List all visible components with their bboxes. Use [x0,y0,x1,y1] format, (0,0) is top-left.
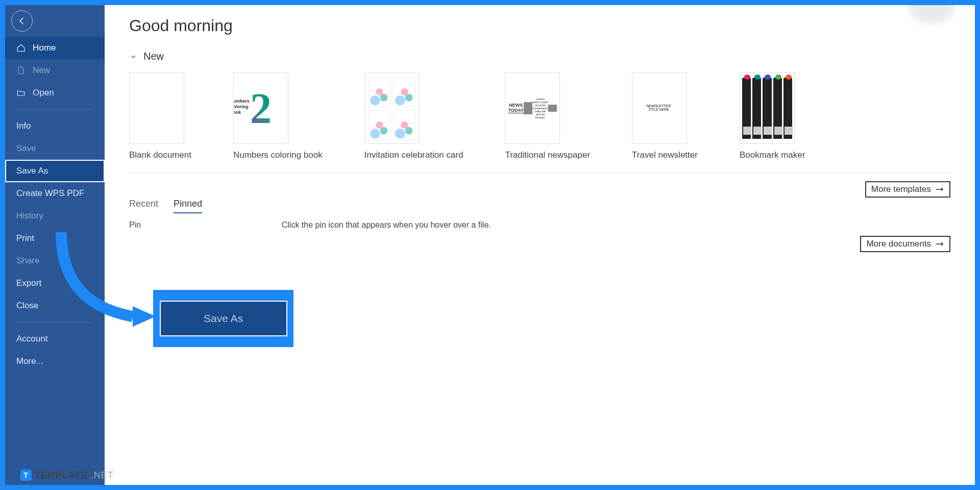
new-section-header[interactable]: New [129,51,950,62]
template-blank[interactable]: Blank document [129,72,191,160]
sidebar-label: Export [16,278,41,288]
tab-pinned[interactable]: Pinned [174,199,202,213]
sidebar-item-open[interactable]: Open [5,82,105,104]
sidebar-item-save[interactable]: Save [5,137,105,160]
template-label: Invitation celebration card [364,150,463,160]
folder-open-icon [16,88,26,97]
watermark-light: .NET [91,470,114,481]
back-arrow-icon [17,16,27,26]
sidebar-label: Share [16,256,39,266]
pinned-hint-suffix: Click the pin icon that appears when you… [282,220,491,229]
template-newspaper[interactable]: NEWS TODAYLorem ipsum dolor sit amet con… [505,72,590,160]
template-thumbnail: NEWSLETTERTITLE HERE [632,72,687,144]
sidebar-label: Save [16,143,36,154]
watermark-bold: TEMPLATE [35,470,88,481]
sidebar-label: More... [16,356,43,366]
sidebar-divider [16,322,93,323]
template-thumbnail [129,72,184,144]
sidebar-item-export[interactable]: Export [5,272,105,295]
link-label: More documents [866,239,931,249]
sidebar-item-home[interactable]: Home [5,37,105,59]
tutorial-callout: Save As [153,290,293,347]
sidebar-item-info[interactable]: Info [5,115,105,137]
template-gallery: Blank document 2NumbersColoringBook Numb… [129,72,950,160]
back-button[interactable] [11,10,33,32]
sidebar-label: Save As [16,166,48,176]
sidebar-label: New [33,65,50,76]
callout-save-as: Save As [160,301,287,336]
sidebar-item-history[interactable]: History [5,205,105,227]
template-travel-newsletter[interactable]: NEWSLETTERTITLE HERE Travel newsletter [632,72,698,160]
callout-label: Save As [204,312,243,325]
sidebar-label: Print [16,233,34,243]
more-documents-link[interactable]: More documents [860,236,950,252]
home-icon [16,43,26,53]
watermark: T TEMPLATE.NET [20,470,114,481]
section-title: New [143,51,164,62]
template-thumbnail: 2NumbersColoringBook [233,72,288,144]
sidebar-divider [16,109,93,110]
sidebar-item-print[interactable]: Print [5,227,105,250]
sidebar-item-account[interactable]: Account [5,328,105,350]
template-numbers-coloring[interactable]: 2NumbersColoringBook Numbers coloring bo… [233,72,323,160]
document-icon [16,66,26,75]
link-label: More templates [871,184,931,194]
sidebar-label: Account [16,334,47,344]
sidebar-item-more[interactable]: More... [5,350,105,373]
sidebar-item-create-wps-pdf[interactable]: Create WPS PDF [5,182,105,205]
chevron-down-icon [129,53,137,61]
template-label: Traditional newspaper [505,150,590,160]
sidebar-item-save-as[interactable]: Save As [5,160,105,182]
sidebar-item-new[interactable]: New [5,59,105,82]
template-label: Numbers coloring book [233,150,323,160]
backstage-window: Home New Open Info Save Save As Create W… [5,5,975,485]
sidebar-item-close[interactable]: Close [5,295,105,317]
template-thumbnail: NEWS TODAYLorem ipsum dolor sit amet con… [505,72,560,144]
section-rule [129,173,950,173]
template-thumbnail [740,72,795,144]
arrow-right-icon [935,186,944,193]
sidebar-label: Info [16,121,31,131]
tab-recent[interactable]: Recent [129,199,158,213]
document-tabs: Recent Pinned [129,199,950,213]
sidebar-label: Create WPS PDF [16,188,84,199]
main-panel: Good morning New Blank document 2Numbers… [105,5,975,485]
template-invitation-card[interactable]: Invitation celebration card [364,72,463,160]
template-thumbnail [364,72,420,144]
sidebar-label: History [16,211,43,221]
template-bookmark-maker[interactable]: Bookmark maker [740,72,805,160]
pinned-hint-text: Pin Click the pin icon that appears when… [129,220,950,230]
greeting-title: Good morning [129,16,950,35]
sidebar-label: Home [33,43,56,53]
watermark-icon: T [20,470,32,481]
arrow-right-icon [935,240,944,248]
template-label: Bookmark maker [740,150,805,160]
sidebar-label: Open [33,88,54,98]
sidebar-label: Close [16,301,38,311]
more-templates-link[interactable]: More templates [865,181,950,198]
file-sidebar: Home New Open Info Save Save As Create W… [5,5,105,485]
sidebar-item-share[interactable]: Share [5,250,105,272]
template-label: Travel newsletter [632,150,698,160]
template-label: Blank document [129,150,191,160]
